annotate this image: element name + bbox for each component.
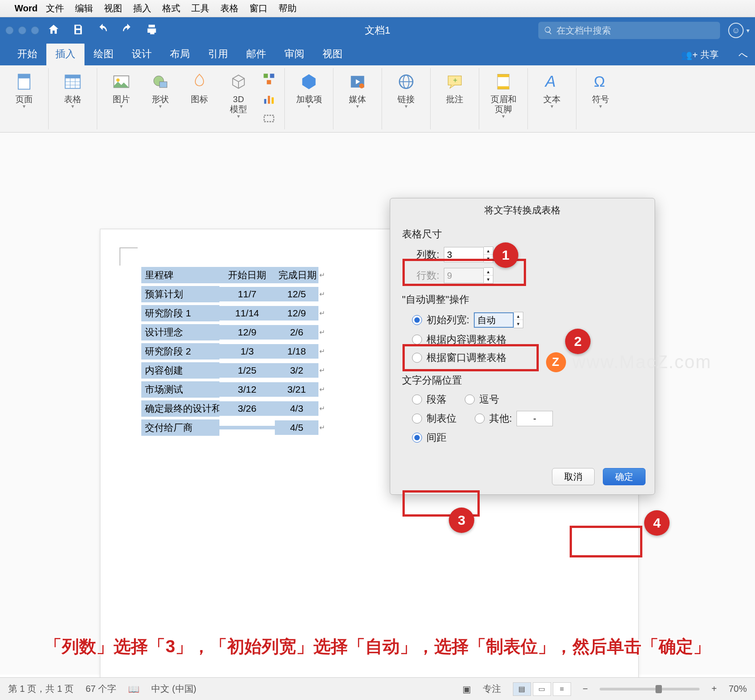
- table-cell: 研究阶段 2: [141, 343, 219, 360]
- tab-insert[interactable]: 插入: [46, 43, 84, 65]
- ribbon-link[interactable]: 链接: [387, 68, 426, 129]
- chevron-down-icon[interactable]: ▾: [746, 27, 750, 34]
- radio-tab[interactable]: [412, 414, 422, 424]
- view-web-icon[interactable]: ≡: [553, 682, 571, 696]
- spellcheck-icon[interactable]: 📖: [128, 684, 139, 695]
- table-cell: 1/25: [219, 363, 275, 378]
- zoom-slider[interactable]: [600, 688, 700, 690]
- status-wordcount[interactable]: 67 个字: [85, 683, 116, 695]
- menu-help[interactable]: 帮助: [278, 2, 297, 15]
- step-up-icon[interactable]: ▴: [484, 247, 493, 255]
- focus-mode-icon[interactable]: ▣: [462, 684, 471, 695]
- initial-width-input[interactable]: [474, 312, 514, 328]
- tab-reference[interactable]: 引用: [199, 43, 237, 65]
- step-up-icon[interactable]: ▴: [514, 312, 523, 320]
- ribbon-comment[interactable]: + 批注: [435, 68, 474, 129]
- selected-text-block[interactable]: 里程碑开始日期完成日期↵预算计划11/712/5↵研究阶段 111/1412/9…: [141, 266, 325, 437]
- step-down-icon[interactable]: ▾: [514, 320, 523, 328]
- columns-input[interactable]: [444, 247, 484, 262]
- minimize-icon[interactable]: [18, 26, 26, 35]
- view-read-icon[interactable]: ▭: [533, 682, 551, 696]
- menu-edit[interactable]: 编辑: [75, 2, 93, 15]
- radio-fit-content[interactable]: [412, 335, 422, 345]
- zoom-in-button[interactable]: +: [711, 684, 717, 694]
- chart-icon[interactable]: [261, 91, 277, 107]
- view-print-icon[interactable]: ▤: [513, 682, 531, 696]
- table-row: 内容创建1/253/2↵: [141, 361, 325, 380]
- share-button[interactable]: 👥+ 共享: [675, 44, 725, 65]
- app-name[interactable]: Word: [15, 3, 38, 14]
- svg-rect-16: [268, 96, 270, 104]
- tab-draw[interactable]: 绘图: [84, 43, 123, 65]
- columns-stepper[interactable]: ▴▾: [444, 246, 493, 263]
- step-down-icon[interactable]: ▾: [484, 255, 493, 262]
- ribbon-icon[interactable]: 图标: [180, 68, 219, 129]
- tab-mail[interactable]: 邮件: [237, 43, 275, 65]
- svg-rect-3: [65, 75, 80, 78]
- table-cell: 完成日期: [275, 267, 318, 283]
- other-separator-input[interactable]: [517, 411, 553, 426]
- radio-initial-width[interactable]: [412, 315, 422, 325]
- search-input[interactable]: 在文档中搜索: [538, 22, 720, 39]
- fit-content-label: 根据内容调整表格: [427, 333, 507, 346]
- collapse-ribbon-icon[interactable]: へ: [731, 44, 755, 65]
- ribbon-addin[interactable]: 加载项: [289, 68, 328, 129]
- status-page[interactable]: 第 1 页，共 1 页: [8, 683, 74, 695]
- annotation-badge-2: 2: [565, 329, 591, 354]
- close-icon[interactable]: [5, 26, 14, 35]
- tab-review[interactable]: 审阅: [275, 43, 313, 65]
- ribbon-media[interactable]: 媒体: [338, 68, 377, 129]
- rows-stepper: ▴▾: [444, 267, 493, 284]
- home-icon[interactable]: [47, 23, 60, 38]
- menu-window[interactable]: 窗口: [249, 2, 268, 15]
- search-placeholder: 在文档中搜索: [556, 25, 611, 37]
- save-icon[interactable]: [72, 23, 84, 38]
- table-cell: 11/7: [219, 287, 275, 301]
- status-language[interactable]: 中文 (中国): [151, 683, 196, 695]
- radio-comma[interactable]: [465, 394, 475, 404]
- menu-file[interactable]: 文件: [46, 2, 64, 15]
- radio-paragraph[interactable]: [412, 394, 422, 404]
- feedback-icon[interactable]: ☺: [728, 23, 744, 38]
- svg-rect-14: [267, 80, 271, 84]
- icons-icon: [189, 71, 210, 93]
- zoom-level[interactable]: 70%: [729, 684, 747, 694]
- window-controls[interactable]: [5, 26, 39, 35]
- menu-format[interactable]: 格式: [162, 2, 180, 15]
- svg-rect-15: [264, 99, 267, 104]
- zoom-out-button[interactable]: −: [583, 684, 588, 694]
- ribbon-3dmodel[interactable]: 3D 模型: [219, 68, 258, 129]
- ribbon-table[interactable]: 表格: [53, 68, 92, 129]
- menu-insert[interactable]: 插入: [133, 2, 151, 15]
- redo-icon[interactable]: [121, 23, 134, 38]
- paragraph-mark-icon: ↵: [318, 424, 325, 432]
- print-icon[interactable]: [145, 23, 158, 38]
- smartart-icon[interactable]: [261, 71, 277, 87]
- ribbon-picture[interactable]: 图片: [102, 68, 141, 129]
- table-row: 市场测试3/123/21↵: [141, 380, 325, 399]
- undo-icon[interactable]: [96, 23, 109, 38]
- menu-view[interactable]: 视图: [104, 2, 122, 15]
- ribbon-headerfooter[interactable]: 页眉和 页脚: [484, 68, 523, 129]
- ok-button[interactable]: 确定: [603, 468, 646, 485]
- initial-width-stepper[interactable]: ▴▾: [474, 312, 523, 328]
- ribbon-symbol[interactable]: Ω 符号: [581, 68, 620, 129]
- radio-fit-window[interactable]: [412, 353, 422, 363]
- menu-tools[interactable]: 工具: [191, 2, 209, 15]
- tab-view[interactable]: 视图: [313, 43, 352, 65]
- radio-space[interactable]: [412, 433, 422, 443]
- menu-table[interactable]: 表格: [220, 2, 238, 15]
- ribbon-shape[interactable]: 形状: [141, 68, 180, 129]
- tab-home[interactable]: 开始: [8, 43, 46, 65]
- screenshot-icon[interactable]: [261, 110, 277, 127]
- cancel-button[interactable]: 取消: [552, 468, 595, 485]
- tab-design[interactable]: 设计: [123, 43, 161, 65]
- watermark: Z www.MacZ.com: [546, 352, 711, 372]
- radio-other[interactable]: [475, 414, 485, 424]
- ribbon-page[interactable]: 页面: [5, 68, 44, 129]
- maximize-icon[interactable]: [31, 26, 39, 35]
- status-focus[interactable]: 专注: [483, 683, 501, 695]
- tab-layout[interactable]: 布局: [161, 43, 199, 65]
- fit-window-label: 根据窗口调整表格: [427, 351, 507, 365]
- ribbon-text[interactable]: A 文本: [532, 68, 571, 129]
